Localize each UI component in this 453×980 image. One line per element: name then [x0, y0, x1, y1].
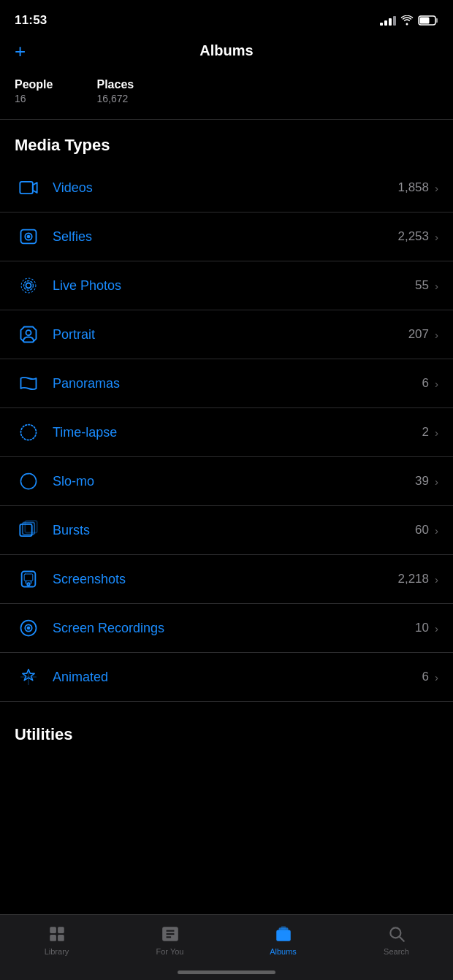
- videos-count: 1,858: [397, 180, 429, 195]
- places-label: Places: [96, 78, 134, 91]
- for-you-tab-icon: [160, 924, 180, 944]
- utilities-section: Utilities: [0, 701, 453, 753]
- chevron-icon: ›: [435, 524, 438, 537]
- list-item[interactable]: Slo-mo 39 ›: [0, 456, 453, 505]
- library-tab-label: Library: [45, 947, 69, 956]
- screen-recordings-label: Screen Recordings: [53, 621, 415, 636]
- library-tab-icon: [47, 924, 67, 944]
- svg-point-11: [26, 330, 31, 335]
- people-places-section: People 16 Places 16,672: [0, 71, 453, 119]
- list-item[interactable]: Selfies 2,253 ›: [0, 212, 453, 261]
- panorama-icon: [15, 370, 42, 397]
- for-you-tab-label: For You: [156, 947, 184, 956]
- chevron-icon: ›: [435, 573, 438, 586]
- list-item[interactable]: Portrait 207 ›: [0, 310, 453, 359]
- animated-count: 6: [422, 670, 429, 684]
- live-photos-label: Live Photos: [53, 278, 415, 294]
- panoramas-label: Panoramas: [53, 376, 422, 391]
- list-item[interactable]: Panoramas 6 ›: [0, 359, 453, 407]
- panoramas-count: 6: [422, 376, 429, 391]
- svg-point-13: [21, 474, 37, 489]
- chevron-icon: ›: [435, 280, 438, 292]
- timelapse-icon: [15, 418, 42, 446]
- people-item[interactable]: People 16: [15, 78, 53, 104]
- media-types-list: Videos 1,858 › Selfies 2,253 ›: [0, 164, 453, 701]
- header: + Albums: [0, 37, 453, 71]
- svg-marker-4: [33, 183, 37, 193]
- signal-icon: [380, 15, 396, 26]
- svg-rect-33: [281, 926, 286, 929]
- portrait-label: Portrait: [53, 327, 408, 342]
- chevron-icon: ›: [435, 378, 438, 390]
- timelapse-label: Time-lapse: [53, 425, 422, 440]
- status-bar: 11:53: [0, 0, 453, 37]
- wifi-icon: [400, 15, 414, 26]
- screenshots-label: Screenshots: [53, 572, 397, 587]
- search-tab-label: Search: [384, 947, 409, 956]
- chevron-icon: ›: [435, 671, 438, 684]
- list-item[interactable]: Bursts 60 ›: [0, 505, 453, 554]
- slomo-count: 39: [415, 474, 429, 489]
- tab-for-you[interactable]: For You: [113, 921, 226, 956]
- list-item[interactable]: Live Photos 55 ›: [0, 261, 453, 310]
- add-album-button[interactable]: +: [15, 42, 26, 61]
- selfies-label: Selfies: [53, 229, 397, 245]
- chevron-icon: ›: [435, 329, 438, 341]
- svg-rect-24: [58, 927, 64, 933]
- svg-rect-23: [50, 927, 56, 933]
- screenshots-icon: [15, 565, 42, 593]
- chevron-icon: ›: [435, 622, 438, 635]
- svg-rect-25: [50, 935, 56, 941]
- animated-icon: [15, 663, 42, 691]
- timelapse-count: 2: [422, 425, 429, 440]
- slomo-icon: [15, 467, 42, 495]
- svg-rect-26: [58, 935, 64, 941]
- places-count: 16,672: [96, 93, 134, 104]
- utilities-header: Utilities: [0, 709, 453, 753]
- list-item[interactable]: Time-lapse 2 ›: [0, 407, 453, 456]
- svg-point-19: [27, 583, 30, 586]
- video-icon: [15, 174, 42, 202]
- list-item[interactable]: Screen Recordings 10 ›: [0, 603, 453, 652]
- svg-point-7: [27, 235, 31, 239]
- bursts-label: Bursts: [53, 523, 415, 538]
- tab-albums[interactable]: Albums: [226, 921, 340, 956]
- home-indicator: [178, 971, 275, 974]
- selfie-icon: [15, 223, 42, 250]
- chevron-icon: ›: [435, 475, 438, 488]
- chevron-icon: ›: [435, 231, 438, 243]
- bursts-count: 60: [415, 523, 429, 537]
- list-item[interactable]: Animated 6 ›: [0, 652, 453, 701]
- svg-rect-2: [420, 18, 430, 24]
- screen-recordings-icon: [15, 614, 42, 642]
- people-label: People: [15, 78, 53, 91]
- places-item[interactable]: Places 16,672: [96, 78, 134, 104]
- svg-point-9: [24, 281, 34, 291]
- main-content: 11:53 + Albums P: [0, 0, 453, 826]
- portrait-icon: [15, 321, 42, 348]
- status-time: 11:53: [15, 13, 47, 28]
- svg-point-8: [26, 283, 31, 288]
- slomo-label: Slo-mo: [53, 474, 415, 489]
- tab-search[interactable]: Search: [340, 921, 453, 956]
- svg-line-35: [399, 937, 403, 941]
- albums-tab-label: Albums: [270, 947, 297, 956]
- screen-recordings-count: 10: [415, 621, 429, 635]
- live-photos-count: 55: [415, 278, 429, 293]
- svg-point-22: [27, 627, 31, 630]
- svg-rect-31: [276, 930, 291, 941]
- svg-point-12: [21, 425, 37, 440]
- people-count: 16: [15, 93, 53, 104]
- bursts-icon: [15, 516, 42, 544]
- albums-tab-icon: [273, 924, 294, 944]
- list-item[interactable]: Screenshots 2,218 ›: [0, 554, 453, 603]
- videos-label: Videos: [53, 180, 397, 196]
- animated-label: Animated: [53, 670, 422, 685]
- page-title: Albums: [199, 42, 253, 59]
- screenshots-count: 2,218: [397, 572, 429, 586]
- svg-rect-3: [20, 182, 33, 194]
- list-item[interactable]: Videos 1,858 ›: [0, 164, 453, 212]
- tab-library[interactable]: Library: [0, 921, 113, 956]
- live-photos-icon: [15, 272, 42, 299]
- selfies-count: 2,253: [397, 229, 429, 244]
